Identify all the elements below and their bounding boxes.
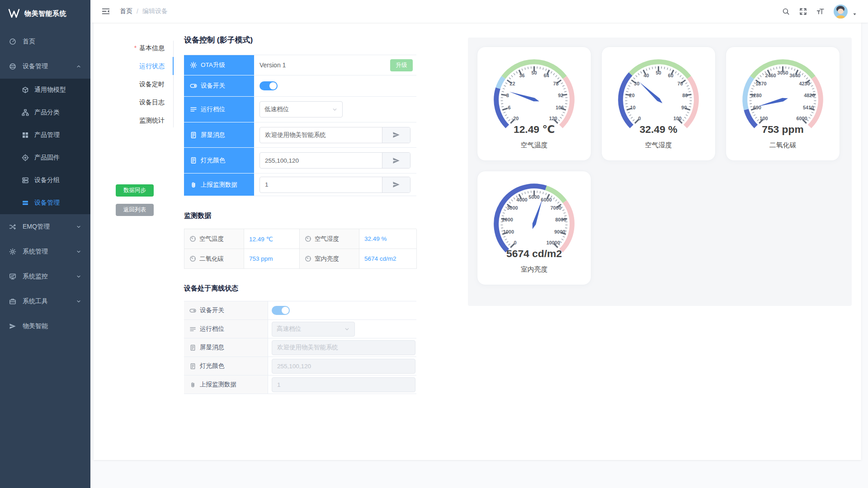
- back-to-list-button[interactable]: 返回列表: [116, 204, 154, 216]
- svg-text:2460: 2460: [765, 73, 776, 78]
- sidebar-item-product-mgmt[interactable]: 产品管理: [0, 124, 90, 146]
- svg-text:1280: 1280: [751, 93, 762, 98]
- svg-text:50: 50: [656, 70, 661, 75]
- form-value-report-monitor-data: [254, 174, 416, 196]
- sidebar-item-emq-mgmt[interactable]: EMQ管理: [0, 214, 90, 239]
- tab-monitor-stats[interactable]: 监测统计: [94, 111, 174, 129]
- offline-report-monitor-data-input-disabled: 1: [272, 377, 415, 392]
- sidebar-item-system-monitor[interactable]: 系统监控: [0, 264, 90, 289]
- monitor-label-text: 二氧化碳: [199, 255, 224, 263]
- sidebar-item-label: 设备管理: [23, 62, 48, 70]
- sidebar-item-system-mgmt[interactable]: 系统管理: [0, 239, 90, 264]
- doc-icon: [189, 344, 196, 351]
- tab-device-log[interactable]: 设备日志: [94, 93, 174, 111]
- sidebar-item-device-group[interactable]: 设备分组: [0, 169, 90, 192]
- breadcrumb-separator: /: [137, 8, 138, 15]
- screen-message-input[interactable]: [260, 127, 382, 143]
- search-icon[interactable]: [782, 8, 790, 15]
- shadow-form-table: OTA升级Version 1升级设备开关运行档位低速档位屏显消息灯光颜色上报监测…: [184, 55, 416, 196]
- avatar-shirt: [836, 15, 845, 19]
- offline-value-screen-message: 欢迎使用物美智能系统: [268, 338, 416, 357]
- light-color-send-button[interactable]: [382, 153, 410, 168]
- sidebar-item-product-category[interactable]: 产品分类: [0, 101, 90, 124]
- fullscreen-icon[interactable]: [799, 8, 807, 15]
- gauge-card-3: 0100020003000400050006000700080009000100…: [477, 171, 591, 285]
- bars-icon: [22, 199, 29, 206]
- tab-basic-info[interactable]: * 基本信息: [94, 39, 174, 57]
- data-sync-button[interactable]: 数据同步: [116, 184, 154, 197]
- offline-row-device-switch: 设备开关: [184, 301, 416, 320]
- svg-text:7000: 7000: [550, 205, 561, 211]
- app-logo[interactable]: 物美智能系统: [0, 0, 90, 27]
- monitor-icon: [9, 273, 16, 280]
- sidebar-menu: 首页设备管理通用物模型产品分类产品管理产品固件设备分组设备管理EMQ管理系统管理…: [0, 27, 90, 338]
- report-monitor-data-input[interactable]: [260, 177, 382, 192]
- light-color-input[interactable]: [260, 153, 382, 168]
- svg-text:106: 106: [556, 105, 564, 110]
- form-label-device-switch: 设备开关: [184, 75, 254, 97]
- breadcrumb-current: 编辑设备: [142, 7, 168, 15]
- offline-label-report-monitor-data: 上报监测数据: [184, 375, 268, 394]
- sidebar-collapse-icon[interactable]: [102, 7, 110, 15]
- monitor-label-text: 室内亮度: [315, 255, 339, 263]
- svg-text:22: 22: [509, 81, 515, 86]
- gear-icon: [9, 248, 16, 255]
- monitor-label-air-humidity: 空气湿度: [300, 229, 359, 249]
- form-row-report-monitor-data: 上报监测数据: [184, 174, 416, 196]
- clip-icon: [189, 381, 196, 388]
- sidebar-item-label: 系统工具: [23, 297, 48, 305]
- svg-text:4230: 4230: [799, 81, 810, 86]
- svg-text:64: 64: [543, 73, 549, 78]
- svg-text:1000: 1000: [503, 229, 514, 235]
- light-color-input-group: [259, 152, 410, 169]
- offline-value-report-monitor-data: 1: [268, 375, 416, 394]
- main-area: 首页 / 编辑设备: [90, 0, 868, 488]
- breadcrumb-home[interactable]: 首页: [120, 7, 132, 15]
- content-card: * 基本信息运行状态设备定时设备日志监测统计 数据同步 返回列表 设备控制 (影…: [94, 23, 861, 460]
- sidebar-item-device-mgmt[interactable]: 设备管理: [0, 54, 90, 79]
- sidebar-item-label: 物美智能: [23, 322, 48, 330]
- offline-label-text: 屏显消息: [200, 343, 224, 352]
- offline-row-run-gear: 运行档位高速档位: [184, 320, 416, 338]
- sidebar-item-product-firmware[interactable]: 产品固件: [0, 146, 90, 169]
- chevron-down-icon: [76, 299, 81, 304]
- report-monitor-data-input-group: [259, 177, 410, 193]
- report-monitor-data-send-button[interactable]: [382, 177, 410, 192]
- svg-text:40: 40: [643, 73, 649, 78]
- svg-text:6000: 6000: [541, 197, 552, 202]
- gauge-mini-icon: [189, 255, 196, 262]
- run-gear-select[interactable]: 低速档位: [259, 101, 343, 117]
- avatar-face: [838, 9, 844, 14]
- svg-text:60: 60: [668, 73, 673, 78]
- screen-message-send-button[interactable]: [382, 127, 410, 143]
- monitor-label-air-temperature: 空气温度: [184, 229, 244, 249]
- gauge-chart: 010203040506070809010032.49 %空气湿度: [602, 47, 715, 160]
- gauge-mini-icon: [189, 235, 196, 242]
- sidebar-item-common-model[interactable]: 通用物模型: [0, 79, 90, 101]
- tab-run-status[interactable]: 运行状态: [94, 57, 174, 75]
- upgrade-button[interactable]: 升级: [390, 59, 413, 71]
- avatar[interactable]: [834, 5, 848, 19]
- monitor-label-text: 空气湿度: [315, 235, 339, 243]
- offline-row-report-monitor-data: 上报监测数据1: [184, 375, 416, 394]
- sidebar-item-wumei-smart[interactable]: 物美智能: [0, 314, 90, 338]
- form-label-text: OTA升级: [201, 61, 225, 69]
- gauge-card-1: 010203040506070809010032.49 %空气湿度: [601, 47, 716, 161]
- toolbox-icon: [9, 298, 16, 305]
- page: * 基本信息运行状态设备定时设备日志监测统计 数据同步 返回列表 设备控制 (影…: [90, 23, 868, 488]
- form-label-light-color: 灯光颜色: [184, 148, 254, 174]
- tab-device-timing[interactable]: 设备定时: [94, 75, 174, 93]
- device-switch-toggle[interactable]: [259, 81, 278, 90]
- sidebar-item-home[interactable]: 首页: [0, 29, 90, 54]
- gauge-value: 12.49 ℃: [514, 123, 555, 135]
- font-size-icon[interactable]: [816, 8, 824, 15]
- monitor-value-air-temperature: 12.49 ℃: [244, 229, 300, 249]
- user-menu-caret-icon[interactable]: [852, 12, 857, 17]
- monitor-value-co2: 753 ppm: [244, 249, 300, 269]
- sitemap-icon: [22, 109, 29, 116]
- monitor-value-indoor-brightness: 5674 cd/m2: [359, 249, 417, 269]
- svg-text:-20: -20: [512, 116, 519, 121]
- sidebar-item-system-tools[interactable]: 系统工具: [0, 289, 90, 314]
- sidebar-item-device-mgmt-sub[interactable]: 设备管理: [0, 192, 90, 214]
- svg-text:6000: 6000: [796, 116, 807, 121]
